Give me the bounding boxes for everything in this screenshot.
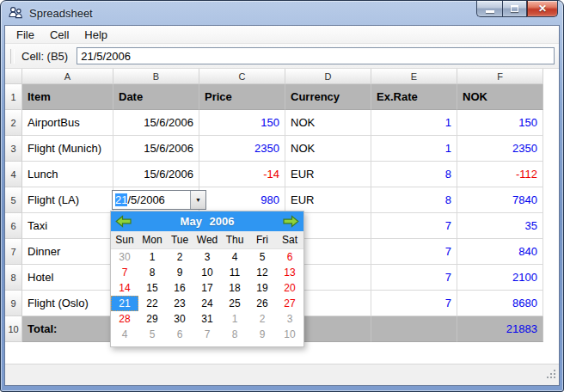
row-header-8[interactable]: 8 [5,265,22,291]
calendar-day-out-1-w5[interactable]: 1 [221,311,248,327]
calendar-day-out-7-w6[interactable]: 7 [193,327,221,342]
row-header-1[interactable]: 1 [5,84,22,110]
calendar-day-21-w4[interactable]: 21 [111,296,138,311]
cell-F9[interactable]: 8680 [457,291,543,316]
cell-A9[interactable]: Flight (Oslo) [22,291,113,316]
calendar-day-8-w2[interactable]: 8 [138,265,166,280]
calendar-day-12-w2[interactable]: 12 [248,265,276,280]
next-month-button[interactable] [282,215,299,228]
calendar-day-7-w2[interactable]: 7 [111,265,138,280]
minimize-button[interactable] [476,1,502,17]
row-header-3[interactable]: 3 [5,136,22,162]
cell-E4[interactable]: 8 [371,162,457,187]
calendar-day-9-w2[interactable]: 9 [166,265,193,280]
calendar-day-out-4-w6[interactable]: 4 [111,327,138,342]
row-header-9[interactable]: 9 [5,291,22,316]
column-header-c[interactable]: C [199,69,285,84]
calendar-day-out-6-w6[interactable]: 6 [166,327,193,342]
calendar-day-4-w1[interactable]: 4 [221,249,248,265]
formula-input[interactable] [77,47,555,64]
cell-A3[interactable]: Flight (Munich) [22,136,113,162]
calendar-day-24-w4[interactable]: 24 [193,296,221,311]
cell-E8[interactable]: 7 [371,265,457,291]
column-header-d[interactable]: D [285,69,371,84]
cell-D5[interactable]: EUR [285,187,371,213]
calendar-day-19-w3[interactable]: 19 [248,280,276,296]
column-header-a[interactable]: A [22,69,113,84]
calendar-day-16-w3[interactable]: 16 [166,280,193,296]
cell-A7[interactable]: Dinner [22,239,113,265]
cell-C2[interactable]: 150 [199,110,285,136]
cell-A1[interactable]: Item [22,84,113,110]
cell-E6[interactable]: 7 [371,213,457,239]
cell-C3[interactable]: 2350 [199,136,285,162]
calendar-day-out-5-w6[interactable]: 5 [138,327,166,342]
calendar-day-23-w4[interactable]: 23 [166,296,193,311]
cell-E5[interactable]: 8 [371,187,457,213]
cell-A8[interactable]: Hotel [22,265,113,291]
cell-B4[interactable]: 15/6/2006 [113,162,199,187]
calendar-day-28-w5[interactable]: 28 [111,311,138,327]
cell-F2[interactable]: 150 [457,110,543,136]
resize-grip[interactable] [546,368,557,383]
calendar-day-13-w2[interactable]: 13 [276,265,303,280]
cell-A6[interactable]: Taxi [22,213,113,239]
cell-D3[interactable]: NOK [285,136,371,162]
calendar-day-out-9-w6[interactable]: 9 [248,327,276,342]
calendar-day-30-w5[interactable]: 30 [166,311,193,327]
row-header-5[interactable]: 5 [5,187,22,213]
calendar-day-3-w1[interactable]: 3 [193,249,221,265]
cell-F6[interactable]: 35 [457,213,543,239]
calendar-day-1-w1[interactable]: 1 [138,249,166,265]
calendar-day-out-3-w5[interactable]: 3 [276,311,303,327]
previous-month-button[interactable] [115,215,132,228]
menu-item-help[interactable]: Help [77,27,115,43]
cell-E3[interactable]: 1 [371,136,457,162]
menu-item-file[interactable]: File [9,27,42,43]
cell-F3[interactable]: 2350 [457,136,543,162]
column-header-b[interactable]: B [113,69,199,84]
calendar-day-26-w4[interactable]: 26 [248,296,276,311]
cell-A2[interactable]: AirportBus [22,110,113,136]
calendar-day-29-w5[interactable]: 29 [138,311,166,327]
date-editor-combobox[interactable]: 21/5/2006▼ [112,190,206,210]
dropdown-arrow-button[interactable]: ▼ [190,191,205,209]
calendar-day-14-w3[interactable]: 14 [111,280,138,296]
cell-F5[interactable]: 7840 [457,187,543,213]
cell-E2[interactable]: 1 [371,110,457,136]
calendar-day-25-w4[interactable]: 25 [221,296,248,311]
cell-E7[interactable]: 7 [371,239,457,265]
menu-item-cell[interactable]: Cell [42,27,77,43]
maximize-button[interactable] [502,1,527,17]
calendar-day-31-w5[interactable]: 31 [193,311,221,327]
cell-E10[interactable] [371,316,457,342]
cell-E9[interactable]: 7 [371,291,457,316]
cell-F8[interactable]: 2100 [457,265,543,291]
row-header-2[interactable]: 2 [5,110,22,136]
cell-B2[interactable]: 15/6/2006 [113,110,199,136]
corner-header[interactable] [5,69,22,84]
row-header-6[interactable]: 6 [5,213,22,239]
calendar-day-27-w4[interactable]: 27 [276,296,303,311]
cell-A10[interactable]: Total: [22,316,113,342]
calendar-day-17-w3[interactable]: 17 [193,280,221,296]
cell-A5[interactable]: Flight (LA) [22,187,113,213]
calendar-day-18-w3[interactable]: 18 [221,280,248,296]
toolbar-grip-handle[interactable] [10,49,15,64]
calendar-day-15-w3[interactable]: 15 [138,280,166,296]
cell-A4[interactable]: Lunch [22,162,113,187]
cell-D2[interactable]: NOK [285,110,371,136]
cell-D1[interactable]: Currency [285,84,371,110]
calendar-day-20-w3[interactable]: 20 [276,280,303,296]
cell-F10[interactable]: 21883 [457,316,543,342]
calendar-day-out-10-w6[interactable]: 10 [276,327,303,342]
row-header-10[interactable]: 10 [5,316,22,342]
row-header-7[interactable]: 7 [5,239,22,265]
calendar-day-10-w2[interactable]: 10 [193,265,221,280]
cell-C5[interactable]: 980 [199,187,285,213]
calendar-day-out-30-w1[interactable]: 30 [111,249,138,265]
cell-B1[interactable]: Date [113,84,199,110]
cell-C1[interactable]: Price [199,84,285,110]
cell-C4[interactable]: -14 [199,162,285,187]
cell-F7[interactable]: 840 [457,239,543,265]
